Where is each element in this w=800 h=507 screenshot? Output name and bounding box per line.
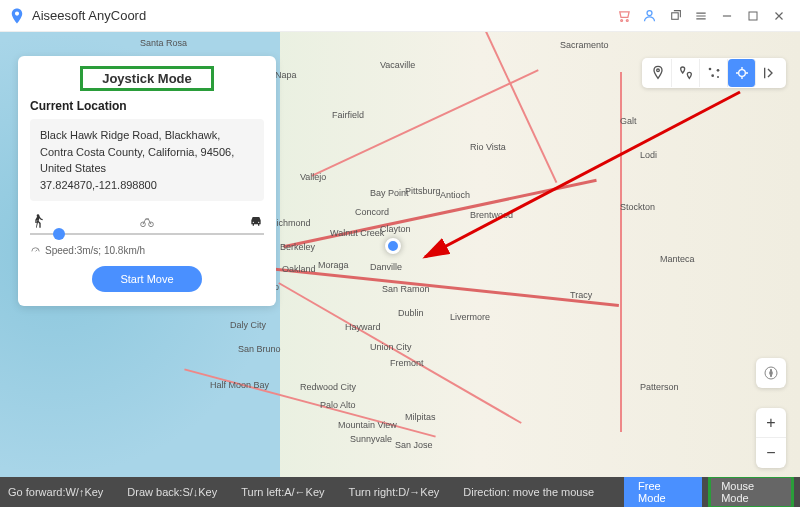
menu-icon[interactable] (688, 3, 714, 29)
zoom-out-button[interactable]: − (756, 438, 786, 468)
svg-point-16 (738, 70, 745, 77)
app-title: Aiseesoft AnyCoord (32, 8, 146, 23)
minimize-icon[interactable] (714, 3, 740, 29)
maximize-icon[interactable] (740, 3, 766, 29)
free-mode-button[interactable]: Free Mode (624, 475, 702, 507)
mouse-mode-button[interactable]: Mouse Mode (708, 475, 794, 507)
speed-slider[interactable] (30, 233, 264, 235)
svg-point-0 (620, 20, 622, 22)
travel-mode-row (30, 213, 264, 229)
close-icon[interactable] (766, 3, 792, 29)
svg-rect-4 (749, 12, 757, 20)
app-logo-icon (8, 7, 26, 25)
svg-point-2 (647, 11, 652, 16)
joystick-mode-icon[interactable] (728, 59, 756, 87)
walk-icon[interactable] (30, 213, 46, 229)
hint-direction: Direction: move the mouse (463, 486, 594, 498)
zoom-control: + − (756, 408, 786, 468)
cart-icon[interactable] (610, 3, 636, 29)
address-text: Black Hawk Ridge Road, Blackhawk, Contra… (40, 127, 254, 177)
svg-point-10 (258, 222, 259, 223)
map-mode-toolbar (642, 58, 786, 88)
zoom-in-button[interactable]: + (756, 408, 786, 438)
restore-icon[interactable] (662, 3, 688, 29)
current-location-label: Current Location (30, 99, 264, 113)
svg-point-11 (656, 69, 659, 72)
hint-right: Turn right:D/→Key (349, 486, 440, 498)
svg-point-15 (717, 76, 719, 78)
svg-point-13 (716, 69, 719, 72)
address-box: Black Hawk Ridge Road, Blackhawk, Contra… (30, 119, 264, 201)
svg-point-7 (141, 222, 146, 227)
joystick-panel: Joystick Mode Current Location Black Haw… (18, 56, 276, 306)
svg-rect-3 (671, 13, 678, 20)
speed-readout: Speed:3m/s; 10.8km/h (30, 245, 264, 256)
hint-back: Draw back:S/↓Key (127, 486, 217, 498)
status-bar: Go forward:W/↑Key Draw back:S/↓Key Turn … (0, 477, 800, 507)
hint-forward: Go forward:W/↑Key (8, 486, 103, 498)
panel-mode-title: Joystick Mode (80, 66, 214, 91)
export-icon[interactable] (756, 59, 784, 87)
user-icon[interactable] (636, 3, 662, 29)
car-icon[interactable] (248, 213, 264, 229)
single-point-icon[interactable] (644, 59, 672, 87)
map-area[interactable]: Santa RosaNapaVacavilleFairfieldSacramen… (0, 32, 800, 477)
titlebar: Aiseesoft AnyCoord (0, 0, 800, 32)
svg-point-1 (626, 20, 628, 22)
compass-button[interactable] (756, 358, 786, 388)
bike-icon[interactable] (139, 213, 155, 229)
svg-point-9 (253, 222, 254, 223)
start-move-button[interactable]: Start Move (92, 266, 201, 292)
two-point-icon[interactable] (672, 59, 700, 87)
svg-point-14 (711, 74, 714, 77)
svg-point-12 (708, 68, 711, 71)
svg-point-8 (149, 222, 154, 227)
multi-point-icon[interactable] (700, 59, 728, 87)
current-location-marker (385, 238, 401, 254)
gauge-icon (30, 245, 41, 256)
coords-text: 37.824870,-121.898800 (40, 177, 254, 194)
hint-left: Turn left:A/←Key (241, 486, 324, 498)
